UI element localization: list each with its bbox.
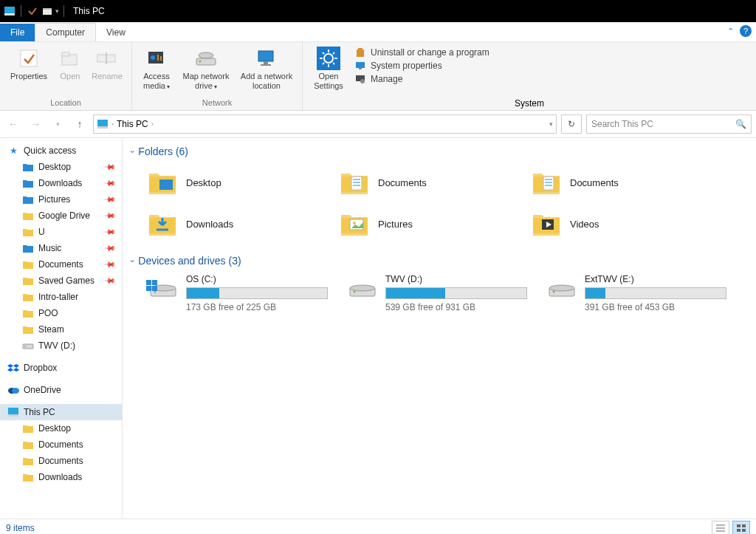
chevron-right-icon[interactable]: ›	[151, 120, 154, 128]
collapse-ribbon-icon[interactable]: ⌃	[727, 27, 734, 36]
drive-usage-bar	[186, 287, 328, 299]
nav-qa-downloads[interactable]: Downloads📌	[0, 175, 122, 191]
nav-qa-saved-games[interactable]: Saved Games📌	[0, 273, 122, 289]
chevron-right-icon[interactable]: ›	[111, 120, 114, 128]
this-pc-icon	[7, 406, 19, 418]
folders-group-header[interactable]: › Folders (6)	[131, 141, 747, 162]
nav-qa-google-drive[interactable]: Google Drive📌	[0, 208, 122, 224]
nav-dropbox[interactable]: Dropbox	[0, 360, 122, 376]
nav-item-label: Intro-taller	[38, 292, 78, 302]
drive-name: TWV (D:)	[385, 274, 530, 284]
folder-icon	[530, 166, 563, 199]
nav-this-pc[interactable]: This PC	[0, 404, 122, 420]
svg-point-16	[199, 61, 202, 63]
up-button[interactable]: ↑	[71, 115, 89, 133]
add-network-location-button[interactable]: Add a network location	[237, 45, 296, 97]
folder-item-documents[interactable]: Documents	[338, 165, 515, 200]
nav-pc-documents[interactable]: Documents	[0, 453, 122, 469]
drive-item[interactable]: TWV (D:)539 GB free of 931 GB	[346, 274, 530, 312]
nav-quick-access[interactable]: ★ Quick access	[0, 143, 122, 159]
drive-free-text: 539 GB free of 931 GB	[385, 302, 530, 312]
folder-icon	[22, 455, 34, 467]
nav-qa-twv-d-[interactable]: TWV (D:)	[0, 338, 122, 354]
drive-usage-bar	[585, 287, 726, 299]
properties-button[interactable]: Properties	[6, 45, 52, 97]
tab-view[interactable]: View	[96, 24, 136, 41]
qat-dropdown-icon[interactable]: ▾	[55, 7, 59, 15]
folder-item-desktop[interactable]: Desktop	[146, 165, 323, 200]
drive-icon	[346, 274, 378, 304]
system-properties-button[interactable]: System properties	[354, 60, 489, 72]
nav-qa-pictures[interactable]: Pictures📌	[0, 191, 122, 208]
folder-icon	[530, 208, 563, 240]
search-placeholder: Search This PC	[591, 119, 653, 129]
address-bar[interactable]: › This PC › ▾	[93, 114, 557, 134]
svg-rect-32	[356, 62, 365, 68]
svg-rect-6	[62, 52, 69, 56]
folder-icon	[22, 324, 34, 335]
tab-file[interactable]: File	[0, 24, 35, 41]
svg-rect-4	[21, 50, 37, 66]
status-bar: 9 items	[0, 518, 756, 534]
folder-icon	[22, 259, 34, 270]
back-button[interactable]: ←	[4, 115, 22, 133]
nav-qa-intro-taller[interactable]: Intro-taller	[0, 289, 122, 305]
pin-icon: 📌	[104, 209, 116, 221]
drive-item[interactable]: ExtTWV (E:)391 GB free of 453 GB	[545, 274, 729, 312]
tiles-view-button[interactable]	[732, 521, 750, 534]
nav-qa-documents[interactable]: Documents📌	[0, 256, 122, 273]
navigation-pane[interactable]: ★ Quick access Desktop📌Downloads📌Picture…	[0, 138, 123, 518]
nav-item-label: Saved Games	[38, 275, 94, 286]
svg-rect-65	[152, 280, 157, 285]
svg-rect-19	[261, 64, 271, 66]
manage-button[interactable]: Manage	[354, 73, 489, 85]
uninstall-program-button[interactable]: Uninstall or change a program	[354, 47, 489, 58]
nav-qa-music[interactable]: Music📌	[0, 240, 122, 256]
nav-pc-downloads[interactable]: Downloads	[0, 469, 122, 485]
search-input[interactable]: Search This PC 🔍	[586, 114, 752, 134]
nav-pc-desktop[interactable]: Desktop	[0, 420, 122, 437]
access-media-button[interactable]: Access media▾	[138, 45, 175, 97]
svg-rect-8	[106, 55, 115, 62]
ribbon-group-system: Open Settings Uninstall or change a prog…	[303, 42, 756, 110]
nav-item-label: Downloads	[38, 472, 82, 482]
drive-free-text: 173 GB free of 225 GB	[186, 302, 331, 312]
drives-group-header[interactable]: › Devices and drives (3)	[131, 250, 747, 271]
nav-qa-u[interactable]: U📌	[0, 224, 122, 240]
nav-qa-steam[interactable]: Steam	[0, 321, 122, 338]
qat-properties-icon[interactable]	[26, 4, 39, 18]
qat-new-folder-icon[interactable]	[41, 4, 54, 18]
svg-rect-33	[359, 68, 362, 69]
svg-rect-49	[351, 177, 362, 190]
tab-computer[interactable]: Computer	[35, 23, 96, 41]
nav-qa-poo[interactable]: POO	[0, 305, 122, 321]
open-settings-button[interactable]: Open Settings	[309, 45, 348, 90]
folder-item-videos[interactable]: Videos	[530, 206, 707, 242]
drive-item[interactable]: OS (C:)173 GB free of 225 GB	[146, 274, 331, 312]
onedrive-icon	[7, 384, 19, 396]
folder-item-pictures[interactable]: Pictures	[338, 206, 515, 242]
drive-name: OS (C:)	[186, 274, 331, 284]
content-area[interactable]: › Folders (6) DesktopDocumentsDocumentsD…	[123, 138, 756, 518]
nav-pc-documents[interactable]: Documents	[0, 437, 122, 453]
search-icon: 🔍	[735, 119, 746, 129]
drive-name: ExtTWV (E:)	[585, 274, 729, 284]
folder-item-documents[interactable]: Documents	[530, 165, 707, 200]
refresh-button[interactable]: ↻	[561, 114, 582, 134]
svg-rect-30	[357, 49, 364, 57]
svg-rect-18	[264, 61, 268, 64]
breadcrumb-this-pc[interactable]: This PC	[117, 119, 148, 129]
help-icon[interactable]: ?	[740, 25, 752, 37]
nav-qa-desktop[interactable]: Desktop📌	[0, 159, 122, 175]
pin-icon: 📌	[104, 193, 116, 205]
address-dropdown-icon[interactable]: ▾	[549, 120, 553, 128]
recent-locations-dropdown[interactable]: ▾	[49, 115, 66, 133]
details-view-button[interactable]	[712, 521, 729, 534]
svg-rect-77	[737, 524, 740, 527]
map-network-drive-button[interactable]: Map network drive▾	[178, 45, 234, 97]
folder-item-downloads[interactable]: Downloads	[146, 206, 323, 242]
nav-onedrive[interactable]: OneDrive	[0, 382, 122, 398]
drive-icon	[545, 274, 577, 304]
ribbon-group-network: Access media▾ Map network drive▾ Add a n…	[132, 42, 303, 110]
nav-item-label: Desktop	[38, 162, 71, 172]
